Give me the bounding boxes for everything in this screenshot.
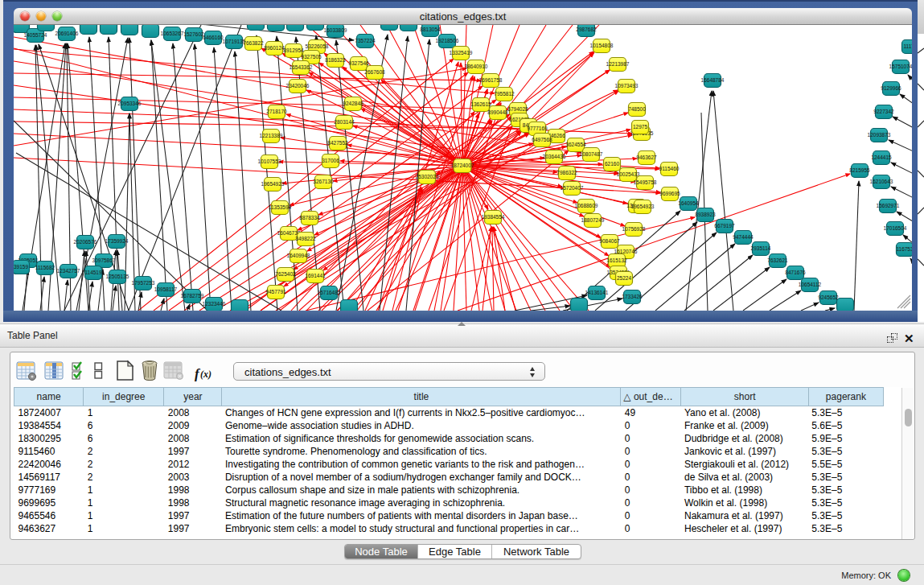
svg-text:10756928: 10756928 [622, 226, 646, 232]
svg-text:6466160: 6466160 [203, 35, 224, 40]
svg-text:16782759: 16782759 [181, 293, 204, 299]
svg-text:12342757: 12342757 [57, 268, 80, 274]
svg-text:1362615: 1362615 [470, 101, 491, 107]
svg-text:8215955: 8215955 [849, 167, 870, 173]
svg-text:15751074: 15751074 [889, 64, 912, 69]
svg-text:19654923: 19654923 [261, 181, 285, 187]
svg-text:9457791: 9457791 [265, 289, 286, 295]
svg-text:1527602: 1527602 [183, 31, 204, 37]
svg-text:6679197: 6679197 [714, 223, 735, 229]
svg-text:19654923: 19654923 [631, 204, 655, 209]
svg-text:2987682: 2987682 [576, 27, 597, 32]
svg-text:10653267: 10653267 [161, 31, 184, 36]
svg-text:8427552: 8427552 [327, 140, 348, 146]
svg-text:8912954: 8912954 [283, 47, 304, 53]
svg-text:9084067: 9084067 [599, 238, 620, 244]
svg-text:6497568: 6497568 [532, 137, 552, 142]
svg-text:17957253: 17957253 [132, 280, 155, 286]
svg-text:9327546: 9327546 [348, 60, 369, 66]
svg-text:19218506: 19218506 [436, 38, 459, 43]
svg-text:9463627: 9463627 [636, 154, 657, 160]
svg-text:1691441: 1691441 [305, 273, 326, 278]
svg-text:9115460: 9115460 [659, 166, 680, 171]
svg-text:62160: 62160 [605, 161, 619, 167]
svg-text:7663822: 7663822 [243, 40, 264, 46]
svg-text:8990448: 8990448 [487, 109, 508, 115]
svg-text:317006: 317006 [322, 158, 339, 163]
svg-text:3267130: 3267130 [313, 179, 334, 184]
svg-text:16648784: 16648784 [701, 77, 725, 83]
svg-text:1244415: 1244415 [871, 154, 892, 160]
svg-text:16543362: 16543362 [290, 64, 313, 70]
svg-text:114519: 114519 [84, 270, 102, 275]
svg-text:15495758: 15495758 [634, 179, 657, 185]
svg-text:8471676: 8471676 [785, 270, 806, 275]
svg-text:9327505: 9327505 [301, 54, 322, 60]
svg-text:15720407: 15720407 [561, 185, 584, 191]
svg-text:16210643: 16210643 [870, 179, 893, 184]
svg-text:8938923: 8938923 [695, 212, 716, 217]
svg-text:10654112: 10654112 [799, 282, 822, 287]
svg-text:53226058: 53226058 [306, 43, 329, 49]
svg-text:16409948: 16409948 [287, 253, 310, 258]
svg-text:10958117: 10958117 [154, 286, 178, 292]
svg-text:38640910: 38640910 [465, 64, 488, 69]
svg-text:19384554: 19384554 [482, 214, 505, 220]
svg-text:9699695: 9699695 [659, 191, 680, 196]
svg-text:9245652: 9245652 [818, 295, 839, 300]
svg-text:13325419: 13325419 [450, 50, 473, 56]
svg-text:8878334: 8878334 [299, 215, 320, 220]
svg-text:9242848: 9242848 [343, 101, 363, 106]
svg-text:7632621: 7632621 [767, 257, 788, 263]
svg-text:2803144: 2803144 [334, 119, 355, 125]
svg-text:1615132: 1615132 [606, 257, 627, 263]
svg-text:10688609: 10688609 [575, 203, 598, 208]
svg-text:16961758: 16961758 [479, 77, 503, 83]
svg-text:9777169: 9777169 [527, 126, 548, 131]
svg-text:116753: 116753 [896, 246, 912, 252]
svg-text:748500: 748500 [628, 106, 646, 112]
svg-text:10025433: 10025433 [617, 171, 640, 177]
svg-text:12213389: 12213389 [260, 133, 283, 138]
svg-text:7955812: 7955812 [494, 91, 515, 97]
svg-text:18807249: 18807249 [581, 217, 605, 223]
svg-text:23420046: 23420046 [286, 83, 310, 89]
svg-text:17359924: 17359924 [105, 238, 129, 244]
svg-text:7625402: 7625402 [275, 271, 296, 277]
svg-text:12213987: 12213987 [606, 61, 630, 67]
svg-text:14136141: 14136141 [585, 290, 609, 295]
svg-text:18724007: 18724007 [451, 163, 474, 168]
svg-text:11353594: 11353594 [269, 204, 292, 210]
svg-text:1640954: 1640954 [678, 200, 699, 206]
svg-text:9227342: 9227342 [873, 109, 894, 114]
svg-text:9474444: 9474444 [733, 234, 754, 240]
svg-text:15692971: 15692971 [877, 203, 900, 208]
svg-text:12975: 12975 [633, 124, 647, 130]
svg-text:25224: 25224 [617, 275, 631, 281]
svg-text:6794028: 6794028 [507, 106, 528, 112]
svg-text:20691406: 20691406 [55, 31, 79, 36]
svg-text:11175: 11175 [903, 43, 912, 49]
svg-text:3498222: 3498222 [295, 236, 316, 241]
svg-text:9129966: 9129966 [881, 85, 901, 91]
svg-text:10807487: 10807487 [580, 151, 603, 157]
svg-text:1733426: 1733426 [622, 294, 643, 299]
svg-text:(x): (x) [200, 369, 211, 380]
svg-text:16033809: 16033809 [324, 27, 347, 33]
svg-text:12505135: 12505135 [106, 274, 129, 279]
svg-text:1115682: 1115682 [35, 265, 55, 270]
svg-text:12093873: 12093873 [868, 132, 891, 138]
svg-text:17016504: 17016504 [884, 225, 907, 231]
svg-text:20364436: 20364436 [543, 154, 566, 159]
svg-text:8186323: 8186323 [325, 57, 346, 63]
svg-text:8813054: 8813054 [420, 27, 441, 32]
svg-text:20206576: 20206576 [74, 239, 97, 245]
svg-text:39159: 39159 [14, 264, 28, 270]
svg-text:2667608: 2667608 [364, 69, 385, 75]
svg-text:7357224: 7357224 [355, 38, 376, 43]
svg-text:20953346: 20953346 [118, 101, 142, 106]
svg-text:2935114: 2935114 [751, 245, 771, 251]
svg-text:10107553: 10107553 [258, 159, 281, 164]
svg-text:14055724: 14055724 [24, 32, 47, 38]
svg-text:15716485: 15716485 [318, 290, 341, 295]
